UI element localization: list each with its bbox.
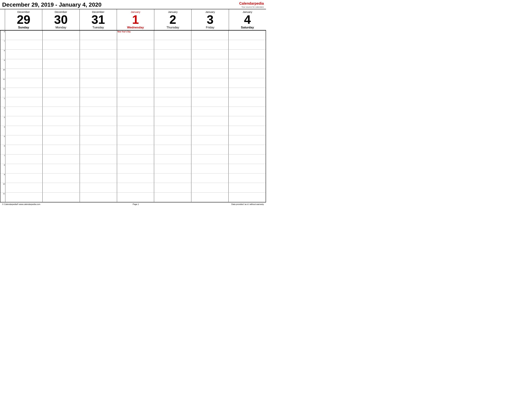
time-row-7-1: 7 [0, 40, 266, 50]
grid-cell-day3-row15 [117, 174, 154, 183]
day-headers-row: December 29 Sunday December 30 Monday De… [0, 9, 266, 31]
grid-cell-day6-row8 [228, 107, 266, 116]
time-label-7: 1 [0, 97, 5, 107]
day-header-wed: January 1 Wednesday [117, 9, 154, 30]
grid-cell-day2-row10 [80, 126, 117, 135]
grid-cell-day2-row11 [80, 135, 117, 145]
grid-cell-day4-row6 [154, 88, 191, 97]
footer-left: © Calendarpedia® www.calendarpedia.com [2, 203, 40, 205]
time-label-6: 12 [0, 88, 5, 97]
grid-cell-day1-row13 [43, 155, 80, 164]
grid-cell-day0-row17 [5, 192, 43, 202]
grid-cell-day6-row7 [228, 97, 266, 107]
time-row-10-16: 10 [0, 183, 266, 192]
grid-cell-day5-row13 [191, 155, 228, 164]
time-row-9-15: 9 [0, 174, 266, 183]
grid-cell-day0-row7 [5, 97, 43, 107]
grid-cell-day3-row16 [117, 183, 154, 192]
page-footer: © Calendarpedia® www.calendarpedia.com P… [0, 202, 266, 206]
brand-tagline: Your source for calendars [239, 6, 264, 8]
grid-cell-day6-row2 [228, 50, 266, 59]
grid-cell-day6-row5 [228, 78, 266, 87]
grid-cell-day3-row11 [117, 135, 154, 145]
grid-cell-day0-row16 [5, 183, 43, 192]
grid-cell-day5-row11 [191, 135, 228, 145]
grid-cell-day3-row4 [117, 69, 154, 78]
grid-cell-day3-row14 [117, 164, 154, 173]
grid-cell-day1-row1 [43, 40, 80, 49]
day-name-mon: Monday [43, 26, 79, 29]
grid-cell-day5-row5 [191, 78, 228, 87]
day-name-wed: Wednesday [117, 26, 154, 29]
brand-name: Calendarpedia [239, 1, 264, 6]
grid-cell-day0-row8 [5, 107, 43, 116]
grid-cell-day6-row16 [228, 183, 266, 192]
time-row-3-9: 3 [0, 116, 266, 126]
grid-cell-day6-row4 [228, 69, 266, 78]
time-label-12: 6 [0, 145, 5, 154]
grid-cell-day1-row15 [43, 174, 80, 183]
grid-cell-day0-row12 [5, 145, 43, 154]
grid-cell-day1-row0 [43, 31, 80, 40]
grid-cell-day5-row2 [191, 50, 228, 59]
time-label-15: 9 [0, 174, 5, 183]
grid-cell-day1-row17 [43, 192, 80, 202]
grid-cell-day6-row13 [228, 155, 266, 164]
day-name-tue: Tuesday [80, 26, 116, 29]
grid-cell-day4-row13 [154, 155, 191, 164]
time-label-13: 7 [0, 155, 5, 164]
grid-cell-day0-row11 [5, 135, 43, 145]
new-years-day-event: New Year's Day [118, 31, 131, 33]
footer-right: Data provided 'as is' without warranty [231, 203, 264, 205]
time-label-4: 10 [0, 69, 5, 78]
day-header-sat: January 4 Saturday [229, 9, 266, 30]
header-spacer [0, 9, 5, 30]
grid-cell-day6-row10 [228, 126, 266, 135]
grid-cell-day1-row9 [43, 116, 80, 126]
time-row-6-0: 6New Year's Day [0, 31, 266, 40]
brand: Calendarpedia Your source for calendars [239, 1, 264, 8]
grid-cell-day2-row4 [80, 69, 117, 78]
grid-cell-day3-row5 [117, 78, 154, 87]
grid-cell-day4-row17 [154, 192, 191, 202]
grid-cell-day5-row0 [191, 31, 228, 40]
grid-cell-day2-row14 [80, 164, 117, 173]
grid-cell-day0-row4 [5, 69, 43, 78]
time-label-0: 6 [0, 31, 5, 40]
time-row-5-11: 5 [0, 135, 266, 145]
grid-cell-day3-row6 [117, 88, 154, 97]
page-title: December 29, 2019 - January 4, 2020 [2, 1, 102, 8]
day-header-fri: January 3 Friday [191, 9, 229, 30]
time-row-8-2: 8 [0, 50, 266, 59]
day-header-thu: January 2 Thursday [154, 9, 191, 30]
grid-cell-day2-row13 [80, 155, 117, 164]
grid-cell-day5-row12 [191, 145, 228, 154]
grid-cell-day6-row9 [228, 116, 266, 126]
grid-cell-day6-row15 [228, 174, 266, 183]
time-row-4-10: 4 [0, 126, 266, 135]
grid-cell-day5-row3 [191, 59, 228, 68]
grid-cell-day4-row15 [154, 174, 191, 183]
grid-cell-day3-row0: New Year's Day [117, 31, 154, 40]
grid-cell-day3-row13 [117, 155, 154, 164]
grid-cell-day1-row7 [43, 97, 80, 107]
grid-cell-day4-row9 [154, 116, 191, 126]
grid-cell-day4-row5 [154, 78, 191, 87]
grid-cell-day5-row14 [191, 164, 228, 173]
time-label-1: 7 [0, 40, 5, 49]
time-row-1-7: 1 [0, 97, 266, 107]
grid-cell-day0-row10 [5, 126, 43, 135]
grid-cell-day4-row14 [154, 164, 191, 173]
grid-cell-day4-row10 [154, 126, 191, 135]
page: December 29, 2019 - January 4, 2020 Cale… [0, 0, 266, 206]
grid-cell-day3-row1 [117, 40, 154, 49]
grid-cell-day0-row3 [5, 59, 43, 68]
grid-cell-day3-row12 [117, 145, 154, 154]
grid-cell-day3-row8 [117, 107, 154, 116]
grid-cell-day2-row8 [80, 107, 117, 116]
time-label-14: 8 [0, 164, 5, 173]
day-name-thu: Thursday [155, 26, 191, 29]
time-row-9-3: 9 [0, 59, 266, 69]
grid-cell-day0-row5 [5, 78, 43, 87]
grid-cell-day2-row6 [80, 88, 117, 97]
